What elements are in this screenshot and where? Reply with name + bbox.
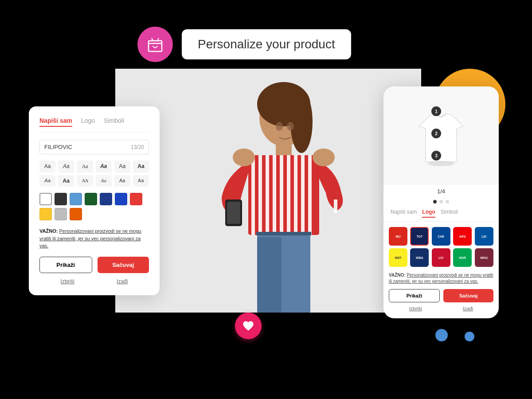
dot-2[interactable] xyxy=(439,200,443,203)
svg-rect-21 xyxy=(256,232,311,235)
font-item-1[interactable]: Aa xyxy=(39,160,55,172)
svg-rect-13 xyxy=(301,155,305,235)
svg-rect-9 xyxy=(273,155,276,235)
hero-image-area xyxy=(115,69,421,313)
logo-west-brom[interactable]: WBA xyxy=(410,248,429,267)
mobile-preview-button[interactable]: Prikaži xyxy=(389,289,440,302)
color-light-gray[interactable] xyxy=(55,208,67,220)
mobile-save-button[interactable]: Sačuvaj xyxy=(443,289,493,302)
svg-rect-14 xyxy=(308,155,312,235)
logo-norwich[interactable]: NOR xyxy=(453,248,472,267)
svg-rect-15 xyxy=(334,200,337,213)
color-grid xyxy=(39,193,149,220)
header-icon-circle xyxy=(137,27,173,62)
char-count: 13/20 xyxy=(131,144,144,150)
logo-liverpool[interactable]: LIV xyxy=(432,248,450,267)
main-container: Personalize your product Napiši sam Logo… xyxy=(0,0,532,399)
font-item-4[interactable]: Aa xyxy=(96,160,112,172)
svg-rect-20 xyxy=(286,237,310,313)
dot-3[interactable] xyxy=(446,200,449,203)
mobile-tab-napisi[interactable]: Napiši sam xyxy=(391,209,417,218)
slide-dots xyxy=(383,198,499,207)
warning-bold: VAŽNO: xyxy=(39,228,58,234)
header-title-box: Personalize your product xyxy=(182,29,351,59)
color-orange[interactable] xyxy=(70,208,82,220)
mobile-tabs: Napiši sam Logo Simboli xyxy=(383,207,499,222)
logo-leicester[interactable]: LEI xyxy=(475,227,493,246)
svg-rect-11 xyxy=(287,155,290,235)
dot-1[interactable] xyxy=(433,200,437,203)
card-tabs: Napiši sam Logo Simboli xyxy=(39,117,149,133)
preview-button[interactable]: Prikaži xyxy=(39,257,92,273)
svg-point-25 xyxy=(287,122,294,131)
point-badge-1[interactable]: 1 xyxy=(431,106,441,116)
package-icon xyxy=(146,35,164,53)
logo-chelsea[interactable]: CHE xyxy=(432,227,450,246)
text-input-row[interactable]: FILIPOVIC 13/20 xyxy=(39,140,149,154)
shirt-preview-area: 1 2 3 xyxy=(383,86,499,184)
color-dark-green[interactable] xyxy=(85,193,97,205)
svg-rect-4 xyxy=(276,143,292,156)
color-navy[interactable] xyxy=(100,193,112,205)
logo-grid: MU TOT CHE ARS LEI WAT WBA LIV NOR WHU xyxy=(383,227,499,267)
tab-simboli[interactable]: Simboli xyxy=(104,117,124,127)
font-item-7[interactable]: Aa xyxy=(39,175,55,187)
mobile-action-buttons: Prikaži Sačuvaj xyxy=(383,289,499,306)
mobile-delete-link[interactable]: Izbriši xyxy=(409,306,422,311)
mobile-tab-simboli[interactable]: Simboli xyxy=(441,209,458,218)
logo-man-utd[interactable]: MU xyxy=(389,227,407,246)
mobile-warning: VAŽNO: Personalizovani proizvodi se ne m… xyxy=(383,272,499,289)
font-item-3[interactable]: Aa xyxy=(77,160,93,172)
point-badge-3[interactable]: 3 xyxy=(431,151,441,160)
font-item-6[interactable]: Aa xyxy=(133,160,149,172)
font-item-5[interactable]: Aa xyxy=(114,160,130,172)
logo-spurs[interactable]: TOT xyxy=(410,227,429,246)
logo-arsenal[interactable]: ARS xyxy=(453,227,472,246)
color-white[interactable] xyxy=(39,193,52,205)
tab-napisi-sam[interactable]: Napiši sam xyxy=(39,117,72,127)
font-item-12[interactable]: Aa xyxy=(133,175,149,187)
svg-point-23 xyxy=(313,149,335,166)
logo-west-ham[interactable]: WHU xyxy=(475,248,493,267)
svg-point-22 xyxy=(233,149,255,166)
font-item-10[interactable]: Aa xyxy=(96,175,112,187)
blue-dot-3 xyxy=(435,329,448,341)
heart-icon xyxy=(242,320,254,332)
mobile-exit-link[interactable]: Izađi xyxy=(463,306,473,311)
favorite-button[interactable] xyxy=(235,313,262,339)
delete-link[interactable]: Izbriši xyxy=(61,278,74,285)
tab-logo[interactable]: Logo xyxy=(81,117,95,127)
font-item-2[interactable]: Aa xyxy=(58,160,74,172)
page-title: Personalize your product xyxy=(198,37,335,51)
svg-point-30 xyxy=(428,161,454,166)
card-links: Izbriši Izađi xyxy=(39,278,149,285)
desktop-personalize-card: Napiši sam Logo Simboli FILIPOVIC 13/20 … xyxy=(29,106,160,295)
svg-rect-7 xyxy=(258,155,262,235)
svg-rect-26 xyxy=(149,41,162,51)
warning-text: VAŽNO: Personalizovani proizvodi se ne m… xyxy=(39,227,149,250)
svg-point-24 xyxy=(276,122,283,131)
color-yellow[interactable] xyxy=(39,208,52,220)
color-blue[interactable] xyxy=(115,193,127,205)
mobile-links: Izbriši Izađi xyxy=(383,306,499,311)
mobile-personalize-card: 1 2 3 1/4 Napiši sam Logo Simboli MU TOT… xyxy=(383,86,499,318)
font-item-11[interactable]: Aa xyxy=(114,175,130,187)
svg-rect-10 xyxy=(280,155,283,235)
slide-counter: 1/4 xyxy=(383,184,499,198)
mobile-tab-logo[interactable]: Logo xyxy=(422,209,435,218)
save-button[interactable]: Sačuvaj xyxy=(98,257,149,273)
svg-rect-12 xyxy=(294,155,297,235)
font-item-9[interactable]: AA xyxy=(77,175,93,187)
svg-rect-17 xyxy=(227,202,240,224)
header-area: Personalize your product xyxy=(137,27,351,62)
exit-link[interactable]: Izađi xyxy=(117,278,128,285)
svg-rect-8 xyxy=(266,155,269,235)
blue-dot-4 xyxy=(465,332,474,341)
color-dark-gray[interactable] xyxy=(55,193,67,205)
color-light-blue[interactable] xyxy=(70,193,82,205)
color-red[interactable] xyxy=(130,193,142,205)
font-item-8[interactable]: Aa xyxy=(58,175,74,187)
logo-watford[interactable]: WAT xyxy=(389,248,407,267)
point-badge-2[interactable]: 2 xyxy=(431,129,441,138)
mobile-warning-bold: VAŽNO: xyxy=(389,273,406,278)
